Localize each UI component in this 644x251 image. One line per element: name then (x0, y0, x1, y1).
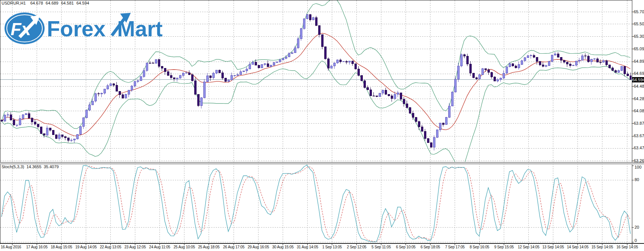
indicator-axis-label: 80 (635, 177, 639, 182)
price-axis-label: 64.690 (634, 71, 644, 76)
ohlc-open: 64.678 (30, 1, 43, 5)
symbol-timeframe: USDRUR,H1 (2, 1, 26, 5)
current-price-tag: 64.594 (632, 77, 644, 82)
symbol-ohlc-line: USDRUR,H164.67864.68964.58164.594 (2, 1, 92, 5)
ohlc-close: 64.594 (76, 1, 89, 5)
price-axis-label: 65.300 (634, 34, 644, 39)
ohlc-low: 64.581 (61, 1, 74, 5)
forexmart-logo-graphic: Fx Forex Mart (3, 11, 181, 45)
price-axis-label: 64.280 (634, 96, 644, 101)
forexmart-logo: Fx Forex Mart (3, 11, 181, 47)
price-axis-label: 63.670 (634, 133, 644, 138)
price-axis-label: 64.890 (634, 59, 644, 64)
price-axis-label: 65.095 (634, 46, 644, 51)
indicator-axis-label: 0 (635, 238, 637, 243)
stochastic-d-value: 35.4079 (44, 164, 59, 169)
price-axis-label: 65.705 (634, 9, 644, 14)
price-axis-label: 63.265 (634, 158, 644, 163)
indicator-axis-label: 100 (635, 165, 641, 170)
price-axis-label: 65.505 (634, 22, 644, 26)
stochastic-name: Stoch(5,3,3) (2, 164, 24, 169)
price-axis-label: 63.470 (634, 146, 644, 150)
stochastic-label: Stoch(5,3,3)14.365535.4079 (2, 164, 61, 169)
price-axis-label: 64.485 (634, 84, 644, 89)
current-price-value: 64.594 (632, 77, 644, 82)
stochastic-k-value: 14.3655 (26, 164, 42, 169)
price-axis-label: 64.080 (634, 108, 644, 113)
time-axis-label: 16 Sep 14:05 (611, 245, 643, 249)
logo-word-forex: Forex (47, 17, 106, 41)
price-axis-label: 63.875 (634, 121, 644, 126)
ohlc-high: 64.689 (46, 1, 59, 5)
indicator-axis-label: 20 (635, 225, 639, 230)
chart-window: USDRUR,H164.67864.68964.58164.594 Fx For… (0, 0, 644, 251)
